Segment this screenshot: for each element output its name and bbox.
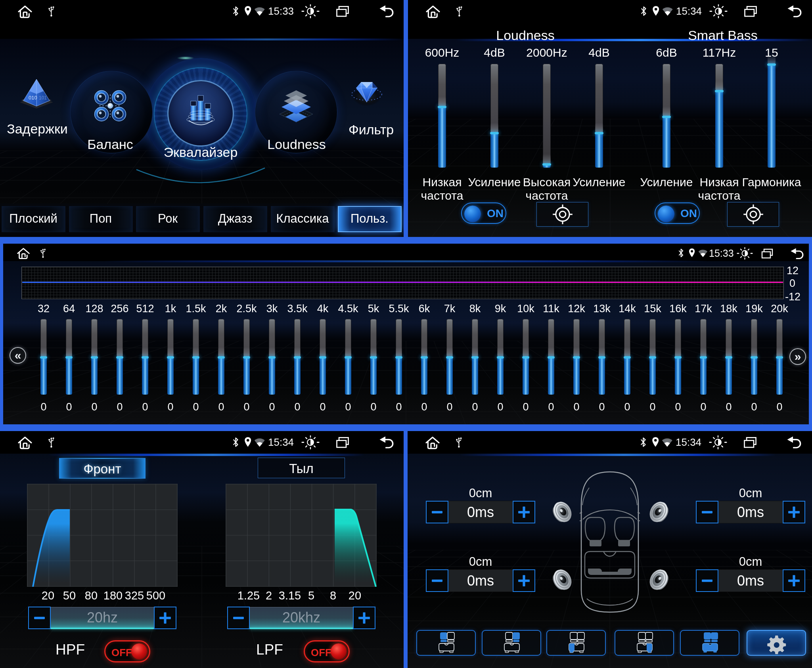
- svg-text:010: 010: [29, 95, 37, 101]
- svg-text:101: 101: [39, 95, 47, 101]
